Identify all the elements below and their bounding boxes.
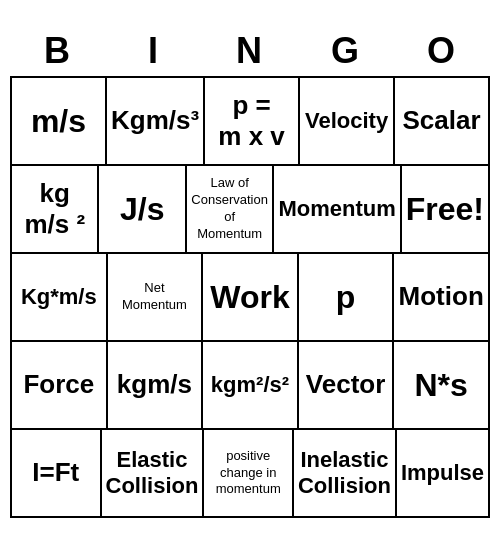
bingo-cell-4-3: Inelastic Collision: [294, 430, 397, 518]
bingo-cell-1-1: J/s: [99, 166, 186, 254]
header-letter-B: B: [10, 26, 106, 76]
bingo-cell-3-0: Force: [12, 342, 108, 430]
bingo-cell-3-3: Vector: [299, 342, 395, 430]
cell-text-1-3: Momentum: [278, 196, 395, 222]
bingo-row-3: Forcekgm/skgm²/s²VectorN*s: [12, 342, 490, 430]
bingo-cell-3-2: kgm²/s²: [203, 342, 299, 430]
cell-text-4-4: Impulse: [401, 460, 484, 486]
cell-text-1-1: J/s: [120, 190, 164, 228]
cell-text-0-4: Scalar: [402, 105, 480, 136]
bingo-cell-1-2: Law of Conservation of Momentum: [187, 166, 274, 254]
cell-text-3-0: Force: [23, 369, 94, 400]
cell-text-2-3: p: [336, 278, 356, 316]
bingo-cell-4-1: Elastic Collision: [102, 430, 205, 518]
cell-text-2-4: Motion: [399, 281, 484, 312]
cell-text-3-2: kgm²/s²: [211, 372, 289, 398]
bingo-cell-0-4: Scalar: [395, 78, 490, 166]
bingo-cell-2-3: p: [299, 254, 395, 342]
bingo-cell-2-4: Motion: [394, 254, 490, 342]
bingo-row-0: m/sKgm/s³p = m x vVelocityScalar: [12, 78, 490, 166]
cell-text-3-1: kgm/s: [117, 369, 192, 400]
bingo-grid: m/sKgm/s³p = m x vVelocityScalarkg m/s ²…: [10, 76, 490, 518]
bingo-cell-0-3: Velocity: [300, 78, 395, 166]
bingo-cell-1-3: Momentum: [274, 166, 401, 254]
bingo-cell-2-1: Net Momentum: [108, 254, 204, 342]
bingo-cell-4-0: I=Ft: [12, 430, 102, 518]
bingo-cell-1-4: Free!: [402, 166, 490, 254]
bingo-row-1: kg m/s ²J/sLaw of Conservation of Moment…: [12, 166, 490, 254]
bingo-cell-0-1: Kgm/s³: [107, 78, 205, 166]
header-letter-N: N: [202, 26, 298, 76]
bingo-card: BINGO m/sKgm/s³p = m x vVelocityScalarkg…: [10, 26, 490, 518]
bingo-row-4: I=FtElastic Collisionpositive change in …: [12, 430, 490, 518]
cell-text-0-0: m/s: [31, 102, 86, 140]
cell-text-2-1: Net Momentum: [122, 280, 187, 314]
bingo-cell-3-1: kgm/s: [108, 342, 204, 430]
bingo-cell-2-2: Work: [203, 254, 299, 342]
bingo-cell-0-0: m/s: [12, 78, 107, 166]
bingo-cell-2-0: Kg*m/s: [12, 254, 108, 342]
bingo-cell-4-4: Impulse: [397, 430, 490, 518]
header-letter-O: O: [394, 26, 490, 76]
bingo-cell-0-2: p = m x v: [205, 78, 300, 166]
cell-text-0-2: p = m x v: [218, 90, 285, 152]
bingo-cell-3-4: N*s: [394, 342, 490, 430]
cell-text-3-4: N*s: [414, 366, 467, 404]
header-letter-G: G: [298, 26, 394, 76]
header-letter-I: I: [106, 26, 202, 76]
cell-text-1-0: kg m/s ²: [24, 178, 85, 240]
cell-text-0-1: Kgm/s³: [111, 105, 199, 136]
cell-text-4-3: Inelastic Collision: [298, 447, 391, 500]
cell-text-4-1: Elastic Collision: [106, 447, 199, 500]
cell-text-2-2: Work: [210, 278, 289, 316]
bingo-cell-1-0: kg m/s ²: [12, 166, 99, 254]
bingo-cell-4-2: positive change in momentum: [204, 430, 294, 518]
cell-text-1-4: Free!: [406, 190, 484, 228]
cell-text-0-3: Velocity: [305, 108, 388, 134]
cell-text-4-2: positive change in momentum: [216, 448, 281, 499]
cell-text-3-3: Vector: [306, 369, 386, 400]
bingo-row-2: Kg*m/sNet MomentumWorkpMotion: [12, 254, 490, 342]
cell-text-1-2: Law of Conservation of Momentum: [191, 175, 268, 243]
cell-text-2-0: Kg*m/s: [21, 284, 97, 310]
cell-text-4-0: I=Ft: [32, 457, 79, 488]
bingo-header: BINGO: [10, 26, 490, 76]
